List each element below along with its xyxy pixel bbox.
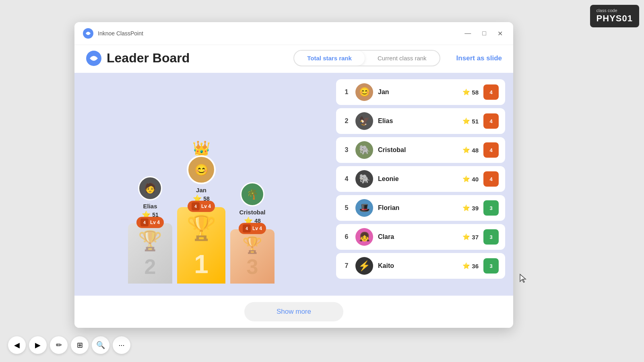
app-icon [83, 28, 94, 39]
header-title: Leader Board [86, 50, 293, 66]
window-controls: — □ ✕ [462, 29, 505, 38]
third-avatar: 🌴 [240, 182, 264, 206]
table-row: 6 👧 Clara ⭐ 37 3 [336, 224, 505, 250]
back-button[interactable]: ◀ [8, 336, 26, 354]
minimize-button[interactable]: — [462, 29, 473, 38]
tab-total-stars[interactable]: Total stars rank [294, 51, 365, 66]
title-bar: Inknoe ClassPoint — □ ✕ [74, 22, 513, 45]
bottom-toolbar: ◀ ▶ ✏ ⊞ 🔍 ··· [8, 336, 130, 354]
lb-avatar-2: 🦅 [355, 112, 373, 130]
leaderboard-list: 1 😊 Jan ⭐ 58 4 2 🦅 Elias ⭐ 51 [328, 73, 513, 296]
title-bar-left: Inknoe ClassPoint [83, 28, 462, 39]
podium-area: 🧑 Elias ⭐ 51 4 Lv 4 🏆 2 [74, 73, 328, 296]
lb-star-icon-2: ⭐ [462, 117, 470, 125]
header: Leader Board Total stars rank Current cl… [74, 45, 513, 73]
lb-star-icon-1: ⭐ [462, 88, 470, 96]
second-avatar: 🧑 [138, 176, 162, 200]
pen-button[interactable]: ✏ [50, 336, 68, 354]
show-more-button[interactable]: Show more [244, 302, 343, 321]
lb-avatar-1: 😊 [355, 83, 373, 101]
table-row: 5 🎩 Florian ⭐ 39 3 [336, 195, 505, 221]
second-rank: 2 [144, 256, 156, 277]
lb-name-5: Florian [378, 204, 458, 212]
lb-stars-5: ⭐ 39 [462, 204, 479, 212]
lb-avatar-4: 🐘 [355, 170, 373, 188]
table-row: 7 ⚡ Kaito ⭐ 36 3 [336, 253, 505, 279]
lb-stars-7: ⭐ 36 [462, 262, 479, 269]
lb-star-count-6: 37 [472, 234, 479, 241]
lb-star-count-2: 51 [472, 118, 479, 125]
table-row: 1 😊 Jan ⭐ 58 4 [336, 79, 505, 105]
main-window: Inknoe ClassPoint — □ ✕ Leader Board Tot… [74, 22, 513, 328]
dots-button[interactable]: ··· [113, 336, 130, 354]
header-logo [86, 50, 102, 66]
table-row: 4 🐘 Leonie ⭐ 40 4 [336, 166, 505, 192]
lb-rank-1: 1 [343, 88, 351, 96]
lb-level-value-1: 4 [489, 89, 492, 95]
lb-level-value-6: 3 [489, 234, 492, 240]
lb-name-7: Kaito [378, 262, 458, 269]
lb-star-count-3: 48 [472, 147, 479, 154]
tab-current-class[interactable]: Current class rank [365, 51, 440, 66]
third-lv-icon: 4 [243, 224, 251, 232]
lb-rank-7: 7 [343, 262, 351, 269]
third-trophy: 🏆 [242, 236, 262, 255]
grid-button[interactable]: ⊞ [71, 336, 89, 354]
lb-name-3: Cristobal [378, 146, 458, 154]
crown-icon: 👑 [192, 140, 211, 157]
lb-level-5: 3 [483, 200, 499, 216]
table-row: 3 🐘 Cristobal ⭐ 48 4 [336, 137, 505, 163]
second-name: Elias [143, 203, 157, 210]
page-title: Leader Board [107, 51, 190, 66]
lb-rank-5: 5 [343, 204, 351, 212]
first-lv-icon: 4 [192, 202, 200, 210]
first-level-badge: 4 Lv 4 [188, 201, 215, 212]
podium-third-person: 🌴 Cristobal ⭐ 48 4 Lv 4 🏆 3 [230, 182, 275, 284]
lb-name-2: Elias [378, 117, 458, 125]
lb-level-4: 4 [483, 171, 499, 187]
second-trophy: 🏆 [138, 230, 162, 252]
third-name: Cristobal [239, 209, 265, 216]
lb-star-icon-7: ⭐ [462, 262, 470, 269]
lb-star-count-1: 58 [472, 89, 479, 96]
app-name: Inknoe ClassPoint [98, 30, 143, 37]
first-name: Jan [196, 187, 206, 193]
first-rank: 1 [194, 251, 208, 277]
podium-block-first: 4 Lv 4 🏆 1 [177, 207, 225, 284]
lb-name-1: Jan [378, 88, 458, 96]
lb-level-value-4: 4 [489, 176, 492, 182]
lb-level-value-7: 3 [489, 263, 492, 269]
podium-figures: 🧑 Elias ⭐ 51 4 Lv 4 🏆 2 [128, 140, 275, 284]
podium-block-second: 4 Lv 4 🏆 2 [128, 223, 172, 284]
lb-level-1: 4 [483, 84, 499, 100]
lb-avatar-7: ⚡ [355, 257, 373, 275]
lb-star-count-4: 40 [472, 176, 479, 183]
first-trophy: 🏆 [186, 214, 217, 242]
maximize-button[interactable]: □ [480, 29, 489, 38]
lb-level-7: 3 [483, 258, 499, 274]
lb-rank-6: 6 [343, 233, 351, 241]
magnify-button[interactable]: 🔍 [92, 336, 109, 354]
podium-block-third: 4 Lv 4 🏆 3 [230, 229, 275, 284]
lb-star-icon-6: ⭐ [462, 233, 470, 241]
lb-star-icon-4: ⭐ [462, 175, 470, 183]
cursor [519, 274, 527, 282]
lb-level-value-3: 4 [489, 147, 492, 153]
podium-first-person: 👑 😊 Jan ⭐ 58 4 Lv 4 🏆 [177, 140, 225, 284]
lb-avatar-3: 🐘 [355, 141, 373, 159]
lb-avatar-5: 🎩 [355, 199, 373, 217]
play-button[interactable]: ▶ [29, 336, 47, 354]
first-avatar: 😊 [187, 155, 216, 184]
second-lv-icon: 4 [140, 218, 149, 226]
close-button[interactable]: ✕ [495, 29, 505, 38]
first-level-label: Lv 4 [201, 204, 211, 209]
third-level-badge: 4 Lv 4 [239, 223, 266, 234]
lb-level-value-5: 3 [489, 205, 492, 211]
class-code-badge: class code PHYS01 [590, 5, 639, 27]
class-code-label: class code [597, 8, 617, 13]
second-level-badge: 4 Lv 4 [136, 217, 164, 228]
lb-stars-2: ⭐ 51 [462, 117, 479, 125]
lb-name-6: Clara [378, 233, 458, 241]
tab-group: Total stars rank Current class rank [293, 50, 440, 66]
insert-slide-button[interactable]: Insert as slide [456, 54, 502, 62]
